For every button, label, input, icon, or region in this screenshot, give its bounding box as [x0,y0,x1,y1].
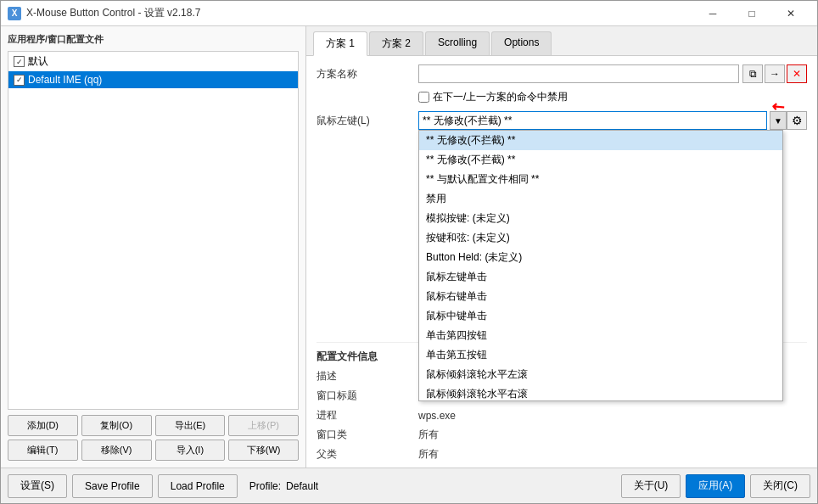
copy-button[interactable]: 复制(O) [81,415,152,436]
dropdown-item-6[interactable]: Button Held: (未定义) [419,248,782,267]
profile-list[interactable]: 默认 Default IME (qq) [8,51,299,410]
load-profile-button[interactable]: Load Profile [158,474,238,498]
minimize-button[interactable]: ─ [693,1,732,26]
left-button-gear[interactable]: ⚙ [787,111,807,130]
profile-label-qq: Default IME (qq) [28,74,102,86]
parent-class-label: 父类 [317,447,418,462]
main-window: X X-Mouse Button Control - 设置 v2.18.7 ─ … [0,0,818,504]
dropdown-item-5[interactable]: 按键和弦: (未定义) [419,228,782,248]
settings-button[interactable]: 设置(S) [8,474,67,498]
dropdown-item-12[interactable]: 鼠标倾斜滚轮水平左滚 [419,365,782,384]
scheme-name-input[interactable] [418,64,739,83]
profile-value: Default [286,480,318,492]
list-item[interactable]: Default IME (qq) [8,71,298,88]
disable-checkbox-row: 在下一/上一方案的命令中禁用 [418,90,807,104]
tab-scheme2[interactable]: 方案 2 [369,31,423,55]
window-title-label: 窗口标题 [317,389,418,403]
copy-scheme-button[interactable]: ⧉ [742,64,763,83]
title-bar: X X-Mouse Button Control - 设置 v2.18.7 ─ … [1,1,817,26]
tab-scheme1[interactable]: 方案 1 [313,31,367,56]
left-panel: 应用程序/窗口配置文件 默认 Default IME (qq) 添加(D) 复制… [1,26,306,468]
dropdown-item-9[interactable]: 鼠标中键单击 [419,306,782,326]
left-button-select[interactable]: ** 无修改(不拦截) ** [418,111,767,130]
up-button[interactable]: 上移(P) [228,415,299,436]
scheme-name-row: 方案名称 ⧉ → ✕ [317,64,807,83]
window-close-button[interactable]: ✕ [771,1,810,26]
profile-checkbox-default[interactable] [14,56,25,67]
apply-button[interactable]: 应用(A) [686,474,745,498]
tab-options[interactable]: Options [491,31,552,55]
dropdown-item-1[interactable]: ** 无修改(不拦截) ** [419,150,782,170]
tab-scrolling[interactable]: Scrolling [425,31,490,55]
profile-info: Profile: Default [249,480,318,492]
about-button[interactable]: 关于(U) [621,474,681,498]
parent-class-value: 所有 [418,447,439,462]
process-value: wps.exe [418,410,456,422]
down-button[interactable]: 下移(W) [228,440,299,461]
list-item[interactable]: 默认 [8,52,298,71]
window-class-value: 所有 [418,428,439,442]
export-button[interactable]: 导出(E) [155,415,226,436]
close-button[interactable]: 关闭(C) [750,474,810,498]
dropdown-item-2[interactable]: ** 与默认配置文件相同 ** [419,170,782,189]
window-class-label: 窗口类 [317,428,418,442]
dropdown-item-0[interactable]: ** 无修改(不拦截) ** [419,131,782,150]
config-section-title: 配置文件信息 [317,350,418,364]
app-icon: X [8,7,21,20]
save-profile-button[interactable]: Save Profile [72,474,153,498]
process-row: 进程 wps.exe [317,408,807,423]
left-button-dropdown-list[interactable]: ** 无修改(不拦截) ** ** 无修改(不拦截) ** ** 与默认配置文件… [418,130,783,401]
match-type-row: Match Type 应用程序 [317,467,807,468]
title-bar-left: X X-Mouse Button Control - 设置 v2.18.7 [8,6,200,20]
window-class-row: 窗口类 所有 [317,428,807,442]
window-title: X-Mouse Button Control - 设置 v2.18.7 [26,6,200,20]
right-panel: 方案 1 方案 2 Scrolling Options 方案名称 ⧉ → ✕ [306,26,817,468]
dropdown-item-4[interactable]: 模拟按键: (未定义) [419,209,782,228]
left-buttons: 添加(D) 复制(O) 导出(E) 上移(P) 编辑(T) 移除(V) 导入(I… [8,415,299,461]
left-button-dropdown-container: ** 无修改(不拦截) ** ▼ [418,111,787,130]
description-label: 描述 [317,369,418,384]
bottom-bar: 设置(S) Save Profile Load Profile Profile:… [1,468,817,503]
profile-checkbox-qq[interactable] [14,75,25,86]
scheme-name-label: 方案名称 [317,67,418,81]
profile-label-default: 默认 [28,54,48,69]
remove-button[interactable]: 移除(V) [81,440,152,461]
dropdown-item-13[interactable]: 鼠标倾斜滚轮水平右滚 [419,384,782,401]
dropdown-item-10[interactable]: 单击第四按钮 [419,326,782,345]
profile-label: Profile: [249,480,281,492]
left-button-label: 鼠标左键(L) [317,114,418,128]
import-button[interactable]: 导入(I) [155,440,226,461]
dropdown-item-3[interactable]: 禁用 [419,189,782,209]
disable-checkbox[interactable] [418,92,429,103]
tabs: 方案 1 方案 2 Scrolling Options [306,26,817,56]
title-bar-buttons: ─ □ ✕ [693,1,810,26]
add-button[interactable]: 添加(D) [8,415,78,436]
maximize-button[interactable]: □ [732,1,771,26]
export-scheme-button[interactable]: → [765,64,785,83]
left-panel-title: 应用程序/窗口配置文件 [8,33,299,46]
disable-label: 在下一/上一方案的命令中禁用 [433,90,568,104]
main-content: 应用程序/窗口配置文件 默认 Default IME (qq) 添加(D) 复制… [1,26,817,468]
parent-class-row: 父类 所有 [317,447,807,462]
edit-button[interactable]: 编辑(T) [8,440,78,461]
process-label: 进程 [317,408,418,423]
dropdown-item-8[interactable]: 鼠标右键单击 [419,287,782,306]
match-type-value: 应用程序 [418,467,459,468]
tab-content: 方案名称 ⧉ → ✕ 在下一/上一方案的命令中禁用 鼠标左键(L) [306,56,817,468]
left-button-row: 鼠标左键(L) ** 无修改(不拦截) ** ▼ ⚙ ↙ ** 无修改(不拦截)… [317,111,807,130]
delete-scheme-button[interactable]: ✕ [787,64,807,83]
dropdown-item-11[interactable]: 单击第五按钮 [419,345,782,365]
dropdown-item-7[interactable]: 鼠标左键单击 [419,267,782,287]
